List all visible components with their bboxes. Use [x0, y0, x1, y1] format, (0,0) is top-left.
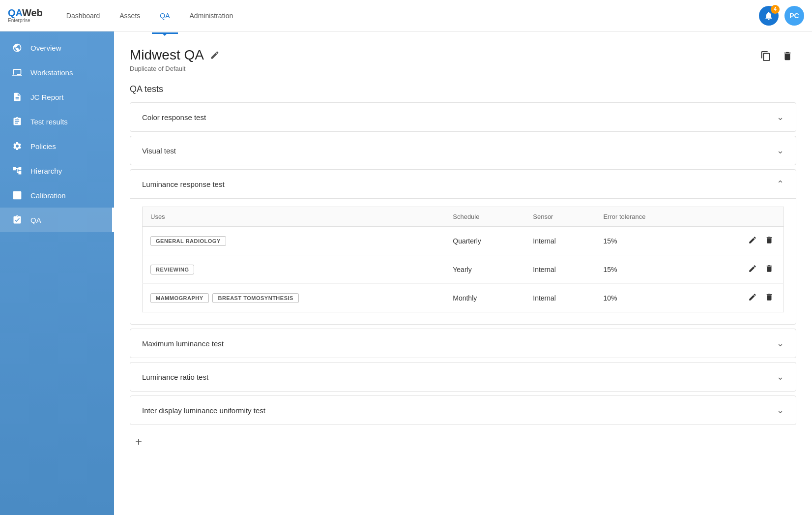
chevron-down-icon-3: ⌄ [777, 338, 784, 349]
row3-uses: MAMMOGRAPHY BREAST TOMOSYNTHESIS [143, 284, 445, 312]
sidebar-item-qa[interactable]: QA [0, 208, 114, 232]
chevron-down-icon-4: ⌄ [777, 371, 784, 382]
accordion-maximum-luminance-label: Maximum luminance test [142, 339, 224, 348]
notification-badge: 4 [771, 5, 780, 14]
tag-reviewing: REVIEWING [150, 265, 194, 274]
logo-text: QAWeb [8, 8, 43, 18]
accordion-luminance-response-label: Luminance response test [142, 180, 225, 188]
sidebar-label-calibration: Calibration [30, 191, 66, 200]
nav-right: 4 PC [759, 6, 804, 26]
main-content: Midwest QA Duplicate of Default QA tests [114, 31, 812, 515]
sidebar-item-workstations[interactable]: Workstations [0, 60, 114, 85]
table-row: GENERAL RADIOLOGY Quarterly Internal 15% [143, 227, 784, 255]
row3-edit-button[interactable] [746, 291, 759, 305]
sidebar-item-policies[interactable]: Policies [0, 134, 114, 158]
row3-schedule: Monthly [445, 284, 525, 312]
sidebar-label-jc-report: JC Report [30, 93, 64, 101]
accordion-luminance-ratio-header[interactable]: Luminance ratio test ⌄ [130, 363, 796, 391]
row1-schedule: Quarterly [445, 227, 525, 255]
row2-error-tolerance: 15% [595, 255, 701, 284]
accordion-color-response-header[interactable]: Color response test ⌄ [130, 103, 796, 131]
tag-general-radiology: GENERAL RADIOLOGY [150, 236, 226, 246]
add-test-button[interactable]: + [130, 433, 147, 451]
header-actions [757, 47, 796, 65]
col-uses: Uses [143, 207, 445, 227]
accordion-luminance-ratio-label: Luminance ratio test [142, 373, 208, 381]
sidebar-label-workstations: Workstations [30, 68, 73, 77]
sidebar-item-hierarchy[interactable]: Hierarchy [0, 158, 114, 183]
luminance-table: Uses Schedule Sensor Error tolerance GEN… [142, 207, 784, 312]
sidebar-label-overview: Overview [30, 44, 61, 52]
table-row: REVIEWING Yearly Internal 15% [143, 255, 784, 284]
page-title-text: Midwest QA [130, 47, 204, 63]
sidebar-label-hierarchy: Hierarchy [30, 167, 62, 175]
accordion-luminance-response: Luminance response test ⌃ Uses Schedule … [130, 169, 796, 325]
accordion-inter-display-label: Inter display luminance uniformity test [142, 406, 265, 415]
monitor-icon [12, 67, 23, 78]
sidebar-item-calibration[interactable]: Calibration [0, 183, 114, 208]
gear-icon [12, 141, 23, 151]
row1-actions [701, 227, 783, 255]
row1-delete-button[interactable] [763, 234, 776, 248]
chevron-down-icon-2: ⌄ [777, 145, 784, 156]
delete-button[interactable] [779, 47, 796, 65]
accordion-color-response: Color response test ⌄ [130, 102, 796, 132]
row1-edit-button[interactable] [746, 234, 759, 248]
col-error-tolerance: Error tolerance [595, 207, 701, 227]
row2-delete-button[interactable] [763, 262, 776, 276]
sidebar-item-test-results[interactable]: Test results [0, 109, 114, 134]
sidebar-label-test-results: Test results [30, 118, 68, 126]
sidebar-item-jc-report[interactable]: JC Report [0, 85, 114, 109]
accordion-visual-test-label: Visual test [142, 147, 176, 155]
row3-delete-button[interactable] [763, 291, 776, 305]
row2-actions [701, 255, 783, 284]
accordion-maximum-luminance-header[interactable]: Maximum luminance test ⌄ [130, 329, 796, 358]
row2-schedule: Yearly [445, 255, 525, 284]
row2-sensor: Internal [525, 255, 595, 284]
chevron-up-icon: ⌃ [777, 179, 784, 189]
accordion-visual-test-header[interactable]: Visual test ⌄ [130, 136, 796, 165]
page-title: Midwest QA [130, 47, 220, 63]
sidebar-label-policies: Policies [30, 142, 56, 151]
clipboard-icon [12, 116, 23, 127]
document-icon [12, 91, 23, 102]
row1-sensor: Internal [525, 227, 595, 255]
row3-error-tolerance: 10% [595, 284, 701, 312]
accordion-color-response-label: Color response test [142, 113, 206, 121]
notification-button[interactable]: 4 [759, 6, 779, 26]
row1-uses: GENERAL RADIOLOGY [143, 227, 445, 255]
nav-administration[interactable]: Administration [182, 8, 241, 24]
user-avatar[interactable]: PC [784, 6, 804, 26]
nav-qa[interactable]: QA [152, 8, 177, 24]
row1-error-tolerance: 15% [595, 227, 701, 255]
page-title-area: Midwest QA Duplicate of Default [130, 47, 220, 72]
nav-assets[interactable]: Assets [112, 8, 148, 24]
sidebar-item-overview[interactable]: Overview [0, 35, 114, 60]
nav-links: Dashboard Assets QA Administration [58, 8, 759, 24]
tag-mammography: MAMMOGRAPHY [150, 293, 209, 303]
accordion-luminance-response-header[interactable]: Luminance response test ⌃ [130, 170, 796, 198]
page-header: Midwest QA Duplicate of Default [130, 47, 796, 72]
accordion-luminance-response-content: Uses Schedule Sensor Error tolerance GEN… [130, 198, 796, 324]
add-icon: + [135, 435, 142, 449]
row3-actions [701, 284, 783, 312]
globe-icon [12, 42, 23, 53]
accordion-luminance-ratio: Luminance ratio test ⌄ [130, 362, 796, 392]
row2-uses: REVIEWING [143, 255, 445, 284]
col-actions [701, 207, 783, 227]
section-title: QA tests [130, 84, 796, 94]
col-sensor: Sensor [525, 207, 595, 227]
layout: Overview Workstations JC Report Test res… [0, 31, 812, 515]
accordion-inter-display-header[interactable]: Inter display luminance uniformity test … [130, 396, 796, 424]
top-nav: QAWeb Enterprise Dashboard Assets QA Adm… [0, 0, 812, 31]
sidebar: Overview Workstations JC Report Test res… [0, 31, 114, 515]
accordion-maximum-luminance: Maximum luminance test ⌄ [130, 329, 796, 358]
accordion-visual-test: Visual test ⌄ [130, 136, 796, 165]
col-schedule: Schedule [445, 207, 525, 227]
copy-button[interactable] [757, 47, 775, 65]
title-edit-icon[interactable] [210, 50, 220, 60]
nav-dashboard[interactable]: Dashboard [58, 8, 108, 24]
table-row: MAMMOGRAPHY BREAST TOMOSYNTHESIS Monthly… [143, 284, 784, 312]
row3-sensor: Internal [525, 284, 595, 312]
row2-edit-button[interactable] [746, 262, 759, 276]
